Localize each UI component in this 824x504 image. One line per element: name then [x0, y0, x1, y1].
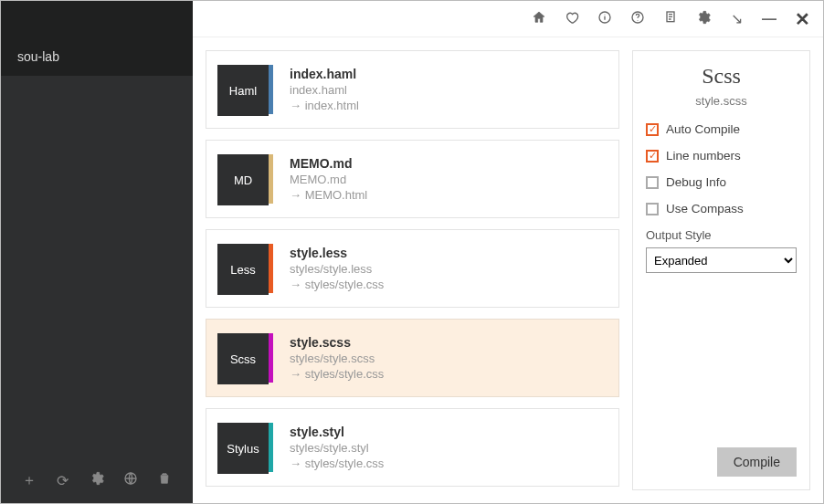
panel-filename: style.scss	[646, 94, 797, 108]
help-icon[interactable]	[629, 10, 646, 28]
file-type-stripe	[269, 65, 273, 114]
file-output-path: styles/style.css	[290, 367, 384, 381]
file-list: Hamlindex.hamlindex.hamlindex.htmlMDMEMO…	[206, 50, 619, 490]
checkbox-icon: ✓	[646, 150, 659, 163]
file-source-path: index.haml	[290, 83, 359, 97]
home-icon[interactable]	[531, 10, 547, 28]
minimize-icon[interactable]: —	[761, 11, 777, 27]
project-name: sou-lab	[17, 49, 59, 64]
file-type-stripe	[269, 423, 273, 472]
file-name: style.less	[290, 246, 384, 260]
close-icon[interactable]: ✕	[794, 8, 810, 30]
add-icon[interactable]: ＋	[18, 471, 40, 490]
panel-option[interactable]: ✓Auto Compile	[646, 122, 797, 136]
checkbox-icon	[646, 176, 659, 189]
sidebar: sou-lab ＋ ⟳	[1, 1, 193, 503]
panel-option[interactable]: Use Compass	[646, 202, 797, 215]
side-panel: Scss style.scss ✓Auto Compile✓Line numbe…	[632, 50, 810, 490]
file-card[interactable]: Lessstyle.lessstyles/style.lessstyles/st…	[206, 229, 619, 308]
file-output-path: styles/style.css	[290, 457, 384, 470]
sidebar-header	[1, 1, 193, 37]
file-info: index.hamlindex.hamlindex.html	[273, 51, 375, 128]
file-name: style.styl	[290, 425, 384, 439]
panel-option-label: Auto Compile	[666, 122, 740, 136]
file-type-stripe	[269, 154, 273, 204]
sidebar-tools: ＋ ⟳	[1, 457, 193, 503]
file-card[interactable]: Hamlindex.hamlindex.hamlindex.html	[206, 50, 619, 129]
titlebar: ↘ — ✕	[193, 1, 823, 37]
panel-option[interactable]: ✓Line numbers	[646, 149, 797, 163]
file-source-path: styles/style.less	[290, 262, 384, 276]
refresh-icon[interactable]: ⟳	[52, 472, 74, 489]
file-info: MEMO.mdMEMO.mdMEMO.html	[273, 141, 384, 217]
heart-icon[interactable]	[564, 10, 580, 28]
file-output-path: styles/style.css	[290, 278, 384, 291]
file-card[interactable]: MDMEMO.mdMEMO.mdMEMO.html	[206, 140, 619, 218]
file-type-stripe	[269, 333, 273, 383]
main: ↘ — ✕ Hamlindex.hamlindex.hamlindex.html…	[193, 1, 823, 503]
info-icon[interactable]	[597, 10, 613, 28]
file-type-badge: MD	[217, 154, 269, 205]
project-item[interactable]: sou-lab	[1, 37, 193, 76]
file-output-path: MEMO.html	[290, 188, 367, 202]
checkbox-icon: ✓	[646, 123, 659, 136]
panel-option-label: Debug Info	[666, 175, 726, 189]
file-output-path: index.html	[290, 99, 359, 112]
gear-icon[interactable]	[86, 471, 108, 489]
output-style-select[interactable]: Expanded	[646, 247, 797, 273]
panel-option-label: Line numbers	[666, 149, 741, 163]
compile-button[interactable]: Compile	[717, 447, 797, 477]
file-source-path: styles/style.styl	[290, 441, 384, 455]
trash-icon[interactable]	[153, 471, 175, 489]
file-info: style.scssstyles/style.scssstyles/style.…	[273, 320, 400, 396]
file-source-path: styles/style.scss	[290, 352, 384, 365]
file-card[interactable]: Stylusstyle.stylstyles/style.stylstyles/…	[206, 408, 619, 487]
file-type-badge: Haml	[217, 65, 269, 116]
globe-icon[interactable]	[120, 471, 142, 489]
file-info: style.stylstyles/style.stylstyles/style.…	[273, 409, 400, 486]
file-name: style.scss	[290, 335, 384, 350]
file-source-path: MEMO.md	[290, 173, 367, 186]
output-style-label: Output Style	[646, 228, 797, 242]
content: Hamlindex.hamlindex.hamlindex.htmlMDMEMO…	[193, 37, 823, 503]
file-name: index.haml	[290, 67, 359, 81]
file-type-badge: Scss	[217, 333, 269, 384]
file-type-stripe	[269, 244, 273, 293]
file-info: style.lessstyles/style.lessstyles/style.…	[273, 230, 400, 307]
checkbox-icon	[646, 203, 659, 215]
settings-icon[interactable]	[695, 10, 712, 28]
panel-option-label: Use Compass	[666, 202, 744, 215]
panel-option[interactable]: Debug Info	[646, 175, 797, 189]
panel-title: Scss	[646, 64, 797, 89]
file-type-badge: Less	[217, 244, 269, 295]
file-type-badge: Stylus	[217, 423, 269, 474]
file-name: MEMO.md	[290, 156, 367, 171]
log-icon[interactable]	[662, 10, 679, 28]
expand-icon[interactable]: ↘	[728, 10, 745, 27]
file-card[interactable]: Scssstyle.scssstyles/style.scssstyles/st…	[206, 319, 619, 397]
